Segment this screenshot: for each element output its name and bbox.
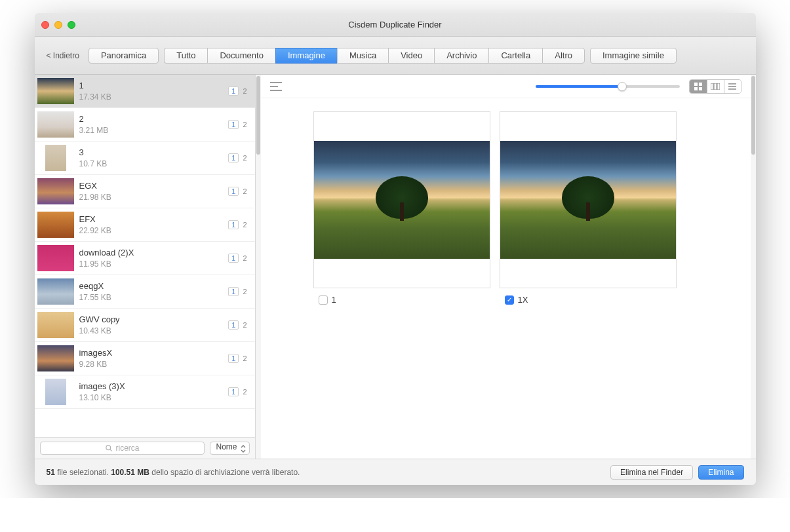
list-item[interactable]: GWV copy10.43 KB12 (35, 309, 255, 342)
view-mode-toggle (689, 79, 741, 94)
grid-icon (694, 83, 702, 90)
back-button[interactable]: < Indietro (43, 48, 83, 63)
slider-thumb[interactable] (618, 82, 627, 91)
app-window: Cisdem Duplicate Finder < Indietro Panor… (35, 13, 756, 485)
zoom-slider[interactable] (536, 85, 680, 88)
statusbar: 51 file selezionati. 100.51 MB dello spa… (35, 459, 756, 485)
item-name: EGX (79, 181, 229, 191)
list-item[interactable]: 117.34 KB12 (35, 75, 255, 108)
selected-badge: 1 (228, 354, 239, 363)
selected-badge: 1 (228, 254, 239, 263)
item-size: 11.95 KB (79, 259, 229, 269)
thumbnail (45, 145, 66, 171)
list-item[interactable]: download (2)X11.95 KB12 (35, 242, 255, 275)
window-title: Cisdem Duplicate Finder (35, 20, 756, 29)
thumbnail (37, 212, 74, 238)
selected-badge: 1 (228, 187, 239, 196)
item-name: EFX (79, 214, 229, 224)
thumbnail (37, 345, 74, 371)
item-name: eeqgX (79, 281, 229, 291)
svg-rect-7 (714, 83, 717, 90)
search-input[interactable]: ricerca (40, 442, 205, 455)
sort-select[interactable]: Nome (210, 442, 249, 455)
sidebar-footer: ricerca Nome (35, 437, 255, 459)
tab-documento[interactable]: Documento (207, 48, 275, 64)
preview-image (314, 141, 490, 259)
item-name: GWV copy (79, 314, 229, 324)
selected-count: 51 (47, 468, 55, 477)
list-item[interactable]: EGX21.98 KB12 (35, 175, 255, 208)
grid-view-button[interactable] (690, 80, 707, 93)
tab-cartella[interactable]: Cartella (488, 48, 542, 64)
item-name: download (2)X (79, 248, 229, 257)
preview-toolbar (261, 75, 751, 98)
total-badge: 2 (241, 121, 248, 128)
item-size: 9.28 KB (79, 360, 229, 369)
total-badge: 2 (241, 87, 248, 95)
item-name: images (3)X (79, 381, 229, 391)
card-label: 1X (518, 295, 528, 305)
preview-scrollbar[interactable] (751, 75, 756, 459)
preview-pane: 1✓1X (261, 75, 751, 459)
list-item[interactable]: images (3)X13.10 KB12 (35, 375, 255, 409)
list-item[interactable]: imagesX9.28 KB12 (35, 342, 255, 375)
svg-rect-8 (717, 83, 720, 90)
list-view-button[interactable] (724, 80, 741, 93)
category-tabs: TuttoDocumentoImmagineMusicaVideoArchivi… (164, 48, 585, 64)
search-icon (105, 444, 113, 452)
item-name: imagesX (79, 348, 229, 358)
total-badge: 2 (241, 254, 248, 262)
selected-count-suffix: file selezionati. (57, 468, 109, 477)
main-content: 117.34 KB1223.21 MB12310.7 KB12EGX21.98 … (35, 75, 756, 459)
thumbnail (37, 111, 74, 138)
thumbnail (37, 178, 74, 204)
tab-video[interactable]: Video (388, 48, 434, 64)
preview-card[interactable]: ✓1X (500, 111, 677, 446)
list-item[interactable]: EFX22.92 KB12 (35, 208, 255, 242)
delete-button[interactable]: Elimina (698, 465, 743, 480)
sidebar-scrollbar[interactable] (256, 75, 261, 459)
item-name: 3 (79, 147, 229, 157)
list-item[interactable]: 23.21 MB12 (35, 108, 255, 142)
tab-tutto[interactable]: Tutto (164, 48, 207, 64)
select-arrows-icon (240, 444, 247, 453)
item-size: 13.10 KB (79, 393, 229, 402)
select-checkbox[interactable]: ✓ (505, 295, 514, 305)
selected-badge: 1 (228, 220, 239, 229)
columns-icon (711, 83, 720, 90)
list-item[interactable]: eeqgX17.55 KB12 (35, 275, 255, 309)
card-label: 1 (332, 295, 336, 305)
columns-view-button[interactable] (707, 80, 724, 93)
selected-badge: 1 (228, 86, 239, 96)
tab-immagine[interactable]: Immagine (275, 48, 337, 64)
delete-in-finder-button[interactable]: Elimina nel Finder (610, 465, 693, 480)
preview-image (500, 141, 676, 259)
sidebar: 117.34 KB1223.21 MB12310.7 KB12EGX21.98 … (35, 75, 256, 459)
svg-rect-6 (711, 83, 713, 90)
selection-menu-icon[interactable] (270, 82, 282, 91)
sort-label: Nome (216, 442, 237, 451)
selected-badge: 1 (228, 320, 239, 330)
item-size: 3.21 MB (79, 126, 229, 135)
item-size: 17.34 KB (79, 92, 229, 102)
tab-archivio[interactable]: Archivio (434, 48, 488, 64)
total-badge: 2 (241, 354, 248, 362)
similar-image-button[interactable]: Immagine simile (590, 48, 677, 64)
overview-button[interactable]: Panoramica (89, 48, 159, 64)
item-size: 17.55 KB (79, 293, 229, 302)
total-badge: 2 (241, 154, 248, 162)
preview-card[interactable]: 1 (313, 111, 490, 446)
total-badge: 2 (241, 221, 248, 229)
tab-altro[interactable]: Altro (542, 48, 585, 64)
svg-rect-4 (694, 87, 698, 90)
tab-musica[interactable]: Musica (337, 48, 388, 64)
select-checkbox[interactable] (319, 295, 328, 305)
list-item[interactable]: 310.7 KB12 (35, 142, 255, 175)
selected-badge: 1 (228, 153, 239, 162)
card-frame (500, 111, 677, 288)
thumbnail (37, 245, 74, 271)
svg-rect-3 (699, 83, 702, 86)
thumbnail (37, 278, 74, 305)
duplicate-list[interactable]: 117.34 KB1223.21 MB12310.7 KB12EGX21.98 … (35, 75, 255, 437)
item-name: 2 (79, 114, 229, 124)
